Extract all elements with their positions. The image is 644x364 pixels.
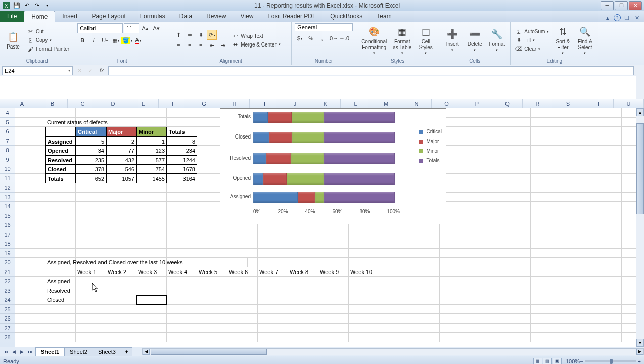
- cell[interactable]: [470, 258, 500, 267]
- cell[interactable]: [106, 333, 136, 342]
- cell[interactable]: [136, 277, 167, 286]
- increase-font-button[interactable]: A▴: [140, 23, 150, 33]
- cell[interactable]: [470, 239, 500, 249]
- cell[interactable]: [45, 305, 76, 314]
- cell[interactable]: [197, 230, 227, 240]
- cell[interactable]: [531, 314, 561, 324]
- cell[interactable]: [197, 295, 227, 305]
- cell[interactable]: [15, 164, 45, 174]
- cell[interactable]: [227, 239, 258, 249]
- row-header[interactable]: 23: [0, 286, 15, 296]
- cell[interactable]: [470, 324, 500, 333]
- format-painter-button[interactable]: 🖌Format Painter: [25, 45, 71, 53]
- tab-data[interactable]: Data: [172, 11, 199, 22]
- row-header[interactable]: 18: [0, 239, 15, 249]
- cell[interactable]: [591, 164, 622, 174]
- cell[interactable]: 577: [136, 155, 167, 165]
- cell[interactable]: [561, 295, 591, 305]
- cell[interactable]: [591, 174, 622, 184]
- cell[interactable]: [288, 286, 318, 296]
- cell[interactable]: [470, 183, 500, 193]
- select-all-corner[interactable]: [0, 99, 7, 108]
- align-top-button[interactable]: ⬆: [173, 30, 183, 40]
- cell[interactable]: [500, 146, 531, 155]
- cell[interactable]: [227, 249, 258, 258]
- cell[interactable]: [591, 286, 622, 296]
- cell[interactable]: [45, 211, 76, 221]
- insert-cells-button[interactable]: ➕Insert▾: [442, 27, 463, 53]
- cell[interactable]: [531, 324, 561, 333]
- cell[interactable]: [288, 324, 318, 333]
- cell[interactable]: [167, 286, 197, 296]
- cell[interactable]: [500, 239, 531, 249]
- cell[interactable]: [440, 277, 470, 286]
- cell[interactable]: [106, 193, 136, 202]
- cell[interactable]: [197, 239, 227, 249]
- cell[interactable]: [500, 108, 531, 118]
- cell[interactable]: Critical: [76, 127, 106, 136]
- cell[interactable]: [45, 183, 76, 193]
- cell[interactable]: [197, 324, 227, 333]
- cell[interactable]: [470, 146, 500, 155]
- cell[interactable]: [318, 286, 349, 296]
- cell[interactable]: [76, 295, 106, 305]
- cell[interactable]: [15, 324, 45, 333]
- cell[interactable]: [318, 324, 349, 333]
- cell[interactable]: 1244: [167, 155, 197, 165]
- cell[interactable]: [591, 239, 622, 249]
- cell[interactable]: [409, 230, 440, 240]
- next-sheet-icon[interactable]: ▶: [18, 348, 25, 355]
- enter-formula-icon[interactable]: ✓: [86, 66, 95, 75]
- orientation-button[interactable]: ⟳▾: [207, 30, 217, 40]
- cell[interactable]: [136, 108, 167, 118]
- cell[interactable]: [76, 239, 106, 249]
- cell[interactable]: [318, 277, 349, 286]
- cell[interactable]: [106, 239, 136, 249]
- cell[interactable]: Week 7: [258, 267, 288, 277]
- cell[interactable]: [591, 295, 622, 305]
- cell[interactable]: Closed: [45, 295, 76, 305]
- column-header[interactable]: B: [37, 99, 68, 108]
- maximize-button[interactable]: ☐: [615, 1, 628, 10]
- cell[interactable]: [561, 202, 591, 211]
- cell[interactable]: Opened: [45, 146, 76, 155]
- cell[interactable]: [379, 314, 409, 324]
- cell[interactable]: [288, 305, 318, 314]
- cell[interactable]: [227, 230, 258, 240]
- cell[interactable]: [531, 220, 561, 230]
- cell[interactable]: [379, 239, 409, 249]
- cell[interactable]: [440, 305, 470, 314]
- cell[interactable]: [15, 249, 45, 258]
- cell[interactable]: [227, 277, 258, 286]
- cell[interactable]: [197, 277, 227, 286]
- cell[interactable]: [15, 146, 45, 155]
- cell[interactable]: 1: [136, 136, 167, 146]
- cell[interactable]: [500, 286, 531, 296]
- cell[interactable]: [591, 220, 622, 230]
- cell[interactable]: [500, 202, 531, 211]
- row-header[interactable]: 9: [0, 155, 15, 165]
- cell[interactable]: [591, 333, 622, 342]
- tab-insert[interactable]: Insert: [55, 11, 84, 22]
- cell[interactable]: [591, 183, 622, 193]
- cell[interactable]: [258, 277, 288, 286]
- cell[interactable]: [197, 249, 227, 258]
- cell[interactable]: [227, 333, 258, 342]
- cell[interactable]: Assigned: [45, 277, 76, 286]
- cell[interactable]: [45, 267, 76, 277]
- cell[interactable]: [288, 258, 318, 267]
- cell[interactable]: [409, 324, 440, 333]
- cell[interactable]: [258, 230, 288, 240]
- sort-filter-button[interactable]: ⇅Sort & Filter▾: [553, 25, 573, 56]
- cell[interactable]: [136, 333, 167, 342]
- cell[interactable]: [258, 314, 288, 324]
- cell[interactable]: [76, 230, 106, 240]
- cell[interactable]: [318, 314, 349, 324]
- cell[interactable]: [76, 277, 106, 286]
- cell[interactable]: [197, 314, 227, 324]
- cell[interactable]: [500, 136, 531, 146]
- cell[interactable]: [45, 249, 76, 258]
- cell[interactable]: [136, 220, 167, 230]
- cell[interactable]: [15, 136, 45, 146]
- cell[interactable]: [15, 118, 45, 127]
